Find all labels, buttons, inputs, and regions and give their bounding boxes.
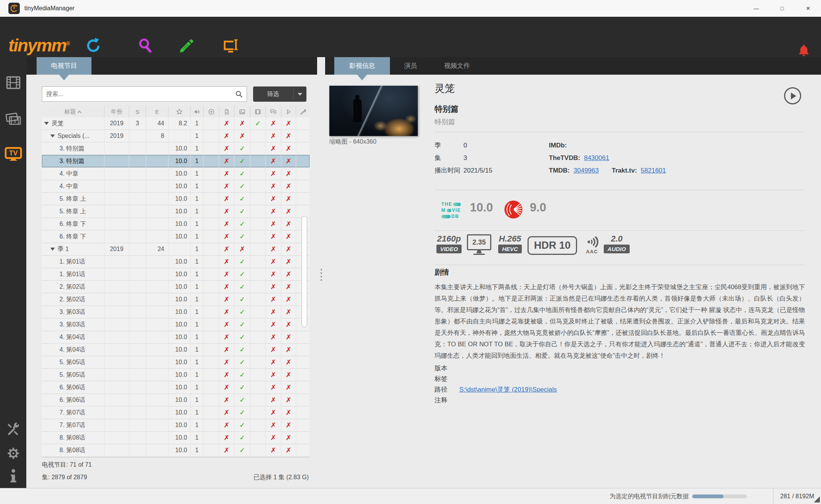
maximize-button[interactable]: □ bbox=[769, 0, 795, 17]
table-row[interactable]: 5. 终章 上 10.0 1 ✗ ✓ ✗ ✗ bbox=[42, 193, 309, 205]
column-header-audio[interactable] bbox=[191, 106, 204, 117]
row-audio-cell: 1 bbox=[191, 218, 204, 230]
column-header-nfo[interactable] bbox=[219, 106, 234, 117]
close-button[interactable]: ✕ bbox=[795, 0, 821, 17]
row-title-cell[interactable]: 3. 第03话 bbox=[42, 306, 104, 318]
table-row[interactable]: 3. 第03话 10.0 1 ✗ ✓ ✗ ✗ bbox=[42, 318, 309, 331]
column-header-rating[interactable] bbox=[168, 106, 191, 117]
row-title-cell[interactable]: 3. 第03话 bbox=[42, 318, 104, 331]
row-title-cell[interactable]: 5. 第05话 bbox=[42, 369, 104, 381]
row-title-cell[interactable]: 6. 第06话 bbox=[42, 381, 104, 394]
tree-collapse-icon[interactable] bbox=[44, 122, 49, 125]
table-row[interactable]: 3. 特别篇 10.0 1 ✗ ✓ ✗ ✗ bbox=[42, 155, 309, 168]
row-title-cell[interactable]: 8. 第08话 bbox=[42, 444, 104, 456]
row-title-cell[interactable]: 季 1 bbox=[42, 243, 104, 255]
table-row[interactable]: Specials (... 2019 8 1 ✗ ✗ ✗ ✗ bbox=[42, 130, 309, 142]
table-row[interactable]: 6. 终章 下 10.0 1 ✗ ✓ ✗ ✗ bbox=[42, 218, 309, 230]
row-title-cell[interactable]: 5. 第05话 bbox=[42, 356, 104, 368]
table-row[interactable]: 6. 第06话 10.0 1 ✗ ✓ ✗ ✗ bbox=[42, 381, 309, 394]
table-row[interactable]: 2. 第02话 10.0 1 ✗ ✓ ✗ ✗ bbox=[42, 281, 309, 293]
sidebar-item-tools[interactable] bbox=[0, 422, 26, 437]
tmdb-id-link[interactable]: 3049963 bbox=[574, 167, 599, 174]
play-button[interactable] bbox=[784, 87, 801, 104]
row-title-cell[interactable]: 8. 第08话 bbox=[42, 432, 104, 444]
row-title-cell[interactable]: 2. 第02话 bbox=[42, 293, 104, 306]
row-title-cell[interactable]: Specials (... bbox=[42, 130, 104, 142]
table-row[interactable]: 4. 中章 10.0 1 ✗ ✓ ✗ ✗ bbox=[42, 180, 309, 193]
tab-tv-shows[interactable]: 电视节目 bbox=[37, 57, 91, 75]
table-row[interactable]: 7. 第07话 10.0 1 ✗ ✓ ✗ ✗ bbox=[42, 406, 309, 419]
column-header-year[interactable]: 年份 bbox=[104, 106, 129, 117]
tree-collapse-icon[interactable] bbox=[50, 248, 55, 251]
tab-video-files[interactable]: 视频文件 bbox=[431, 57, 483, 75]
table-row[interactable]: 5. 终章 上 10.0 1 ✗ ✓ ✗ ✗ bbox=[42, 205, 309, 218]
column-header-episodes[interactable]: E bbox=[146, 106, 168, 117]
column-header-trailer[interactable] bbox=[250, 106, 266, 117]
column-header-images[interactable] bbox=[234, 106, 250, 117]
panel-splitter[interactable] bbox=[317, 57, 325, 488]
row-title-cell[interactable]: 3. 特别篇 bbox=[42, 142, 104, 155]
filter-button[interactable]: 筛选 bbox=[253, 86, 306, 102]
title-bar: tinyMediaManager — □ ✕ bbox=[0, 0, 821, 17]
resize-grip[interactable] bbox=[814, 496, 820, 502]
table-row[interactable]: 8. 第08话 10.0 1 ✗ ✓ ✗ ✗ bbox=[42, 432, 309, 444]
filter-dropdown[interactable] bbox=[293, 93, 306, 96]
row-title-cell[interactable]: 4. 中章 bbox=[42, 168, 104, 180]
episode-thumbnail[interactable] bbox=[329, 86, 418, 136]
sidebar-item-settings[interactable] bbox=[0, 446, 26, 460]
sidebar-item-about[interactable] bbox=[0, 469, 26, 484]
row-title-cell[interactable]: 灵笼 bbox=[42, 117, 104, 130]
row-title-cell[interactable]: 1. 第01话 bbox=[42, 268, 104, 280]
table-row[interactable]: 6. 终章 下 10.0 1 ✗ ✓ ✗ ✗ bbox=[42, 230, 309, 243]
row-title-cell[interactable]: 6. 终章 下 bbox=[42, 218, 104, 230]
row-subtitles-mark: ✗ bbox=[266, 180, 281, 192]
column-header-subtitles[interactable] bbox=[266, 106, 281, 117]
row-title-cell[interactable]: 6. 第06话 bbox=[42, 394, 104, 406]
table-row[interactable]: 季 1 2019 24 1 ✗ ✗ ✗ ✗ bbox=[42, 243, 309, 256]
row-title-cell[interactable]: 5. 终章 上 bbox=[42, 193, 104, 205]
table-row[interactable]: 5. 第05话 10.0 1 ✗ ✓ ✗ ✗ bbox=[42, 356, 309, 369]
table-row[interactable]: 1. 第01话 10.0 1 ✗ ✓ ✗ ✗ bbox=[42, 268, 309, 281]
sidebar-item-tv-shows[interactable]: TV bbox=[0, 147, 26, 162]
search-input[interactable] bbox=[42, 91, 235, 98]
sidebar-item-movies[interactable] bbox=[0, 75, 26, 90]
row-title-cell[interactable]: 4. 中章 bbox=[42, 180, 104, 192]
table-row[interactable]: 4. 第04话 10.0 1 ✗ ✓ ✗ ✗ bbox=[42, 344, 309, 356]
row-title-cell[interactable]: 7. 第07话 bbox=[42, 419, 104, 431]
tree-collapse-icon[interactable] bbox=[50, 134, 55, 138]
tab-media-info[interactable]: 影视信息 bbox=[334, 57, 390, 75]
row-title-cell[interactable]: 4. 第04话 bbox=[42, 344, 104, 356]
tab-actors[interactable]: 演员 bbox=[390, 57, 431, 75]
column-header-mediainfo[interactable] bbox=[296, 106, 309, 117]
trakt-id-link[interactable]: 5821601 bbox=[641, 167, 666, 174]
minimize-button[interactable]: — bbox=[743, 0, 769, 17]
table-row[interactable]: 4. 中章 10.0 1 ✗ ✓ ✗ ✗ bbox=[42, 168, 309, 180]
column-header-title[interactable]: 标题 bbox=[42, 106, 104, 117]
table-row[interactable]: 7. 第07话 10.0 1 ✗ ✓ ✗ ✗ bbox=[42, 419, 309, 432]
row-title-cell[interactable]: 6. 终章 下 bbox=[42, 230, 104, 243]
table-row[interactable]: 灵笼 2019 3 44 8.2 1 ✗ ✗ ✓ ✗ ✗ bbox=[42, 117, 309, 130]
table-row[interactable]: 3. 第03话 10.0 1 ✗ ✓ ✗ ✗ bbox=[42, 306, 309, 318]
row-title-cell[interactable]: 7. 第07话 bbox=[42, 406, 104, 419]
table-row[interactable]: 1. 第01话 10.0 1 ✗ ✓ ✗ ✗ bbox=[42, 256, 309, 268]
table-row[interactable]: 3. 特别篇 10.0 1 ✗ ✓ ✗ ✗ bbox=[42, 142, 309, 155]
row-title-cell[interactable]: 4. 第04话 bbox=[42, 331, 104, 343]
notification-bell-icon[interactable] bbox=[797, 43, 810, 59]
tvdb-id-link[interactable]: 8430061 bbox=[584, 154, 609, 162]
table-row[interactable]: 5. 第05话 10.0 1 ✗ ✓ ✗ ✗ bbox=[42, 369, 309, 381]
table-scrollbar-thumb[interactable] bbox=[301, 216, 307, 327]
row-title-cell[interactable]: 5. 终章 上 bbox=[42, 205, 104, 218]
table-row[interactable]: 2. 第02话 10.0 1 ✗ ✓ ✗ ✗ bbox=[42, 293, 309, 306]
table-row[interactable]: 4. 第04话 10.0 1 ✗ ✓ ✗ ✗ bbox=[42, 331, 309, 344]
row-title-cell[interactable]: 3. 特别篇 bbox=[42, 155, 104, 167]
path-link[interactable]: S:\dst\anime\灵笼 (2019)\Specials bbox=[459, 385, 557, 394]
column-header-new[interactable] bbox=[204, 106, 219, 117]
table-row[interactable]: 6. 第06话 10.0 1 ✗ ✓ ✗ ✗ bbox=[42, 394, 309, 406]
column-header-watched[interactable] bbox=[281, 106, 296, 117]
row-title-cell[interactable]: 1. 第01话 bbox=[42, 256, 104, 268]
column-header-seasons[interactable]: S bbox=[129, 106, 146, 117]
sidebar-item-movie-sets[interactable]: 1 bbox=[0, 110, 26, 128]
row-seasons-cell bbox=[129, 168, 146, 180]
row-title-cell[interactable]: 2. 第02话 bbox=[42, 281, 104, 293]
table-row[interactable]: 8. 第08话 10.0 1 ✗ ✓ ✗ ✗ bbox=[42, 444, 309, 457]
